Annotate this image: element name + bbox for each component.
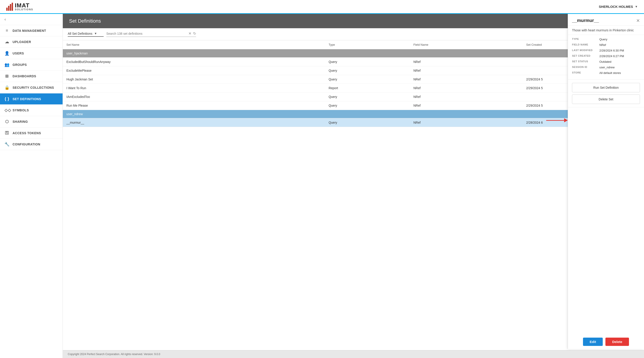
- sidebar-item-label: UPLOADER: [12, 40, 31, 44]
- sidebar-item-symbols[interactable]: ◇◇ SYMBOLS: [0, 105, 62, 116]
- cell-field: NRef: [410, 101, 523, 110]
- set-definitions-icon: { }: [4, 97, 10, 101]
- logo-bar-2: [8, 6, 10, 11]
- table-row[interactable]: Hugh Jackman Set Query NRef 2/29/2024 5: [63, 75, 644, 84]
- detail-fields: TYPE Query FIELD NAME NRef LAST MODIFIED…: [568, 35, 644, 80]
- cell-name: ExcludedButShouldRunAnyway: [63, 58, 325, 66]
- filter-select-text: All Set Definitions: [68, 32, 92, 35]
- logo-solutions: SOLUTIONS: [15, 8, 33, 11]
- detail-value-session-id: user_ndrew: [599, 66, 614, 69]
- dashboards-icon: ⊞: [4, 74, 10, 79]
- sidebar-item-access-tokens[interactable]: ⚿ ACCESS TOKENS: [0, 128, 62, 139]
- security-collections-icon: 🔒: [4, 85, 10, 90]
- cell-name: __murmur__: [63, 118, 325, 127]
- table-row[interactable]: I Want To Run Report NRef 2/29/2024 5: [63, 84, 644, 93]
- sidebar-item-label: SECURITY COLLECTIONS: [12, 86, 54, 89]
- cell-name: Run Me Please: [63, 101, 325, 110]
- detail-field-set-created: SET CREATED 2/28/2024 6:27 PM: [572, 54, 640, 58]
- cell-field: NRef: [410, 66, 523, 75]
- group-name-ndrew: user_ndrew: [63, 110, 644, 118]
- delete-button[interactable]: Delete: [606, 338, 629, 346]
- group-header-ndrew[interactable]: user_ndrew: [63, 110, 644, 118]
- sidebar-item-sharing[interactable]: ⬡ SHARING: [0, 116, 62, 128]
- detail-label-type: TYPE: [572, 38, 597, 41]
- configuration-icon: 🔧: [4, 142, 10, 147]
- detail-value-type: Query: [599, 38, 607, 41]
- sidebar-item-label: ACCESS TOKENS: [12, 131, 41, 135]
- detail-field-store: STORE All default stores: [572, 71, 640, 75]
- search-clear-icon[interactable]: ✕: [188, 31, 191, 36]
- filter-dropdown-icon: ▼: [94, 32, 97, 35]
- search-input[interactable]: [106, 32, 187, 35]
- col-field-name: Field Name: [410, 40, 523, 49]
- groups-icon: 👥: [4, 62, 10, 67]
- run-set-definition-button[interactable]: Run Set Definition: [572, 83, 640, 92]
- detail-bottom-actions: Edit Delete: [568, 335, 644, 349]
- search-refresh-icon[interactable]: ↻: [193, 31, 196, 36]
- cell-field: NRef: [410, 93, 523, 101]
- cell-name: IAmExcludedToo: [63, 93, 325, 101]
- main-layout: ‹ ≡ DATA MANAGEMENT ☁ UPLOADER 👤 USERS 👥…: [0, 14, 644, 358]
- filter-dropdown[interactable]: All Set Definitions ▼: [68, 32, 104, 37]
- sidebar: ‹ ≡ DATA MANAGEMENT ☁ UPLOADER 👤 USERS 👥…: [0, 14, 63, 358]
- sidebar-item-dashboards[interactable]: ⊞ DASHBOARDS: [0, 71, 62, 82]
- table-row-selected[interactable]: __murmur__ Query NRef 2/28/2024 6: [63, 118, 644, 127]
- detail-panel: __murmur__ ✕ Those with heart murmurs in…: [568, 14, 644, 349]
- detail-field-last-modified: LAST MODIFIED 2/28/2024 6:30 PM: [572, 49, 640, 52]
- detail-value-store: All default stores: [599, 71, 621, 75]
- sidebar-item-uploader[interactable]: ☁ UPLOADER: [0, 36, 62, 48]
- cell-field: NRef: [410, 58, 523, 66]
- cell-field: NRef: [410, 118, 523, 127]
- sidebar-item-groups[interactable]: 👥 GROUPS: [0, 59, 62, 71]
- footer-text: Copyright 2024 Perfect Search Corporatio…: [68, 353, 160, 356]
- detail-label-store: STORE: [572, 71, 597, 75]
- detail-label-set-status: SET STATUS: [572, 60, 597, 63]
- sidebar-item-label: SYMBOLS: [12, 108, 29, 112]
- table-header-row: Set Name Type Field Name Set Created: [63, 40, 644, 49]
- uploader-icon: ☁: [4, 39, 10, 44]
- group-name-hjackman: user_hjackman: [63, 49, 644, 58]
- logo-bars-icon: [6, 3, 13, 11]
- table-row[interactable]: Run Me Please Query NRef 2/29/2024 5: [63, 101, 644, 110]
- table-row[interactable]: IAmExcludedToo Query NRef: [63, 93, 644, 101]
- content-area: Set Definitions ? All Set Definitions ▼ …: [63, 14, 644, 358]
- sidebar-item-set-definitions[interactable]: { } SET DEFINITIONS: [0, 93, 62, 105]
- detail-field-set-status: SET STATUS Outdated: [572, 60, 640, 63]
- detail-value-set-status: Outdated: [599, 60, 612, 63]
- logo-imat: IMAT: [15, 2, 33, 8]
- sidebar-item-data-management[interactable]: ≡ DATA MANAGEMENT: [0, 25, 62, 36]
- logo-text: IMAT SOLUTIONS: [15, 2, 33, 11]
- detail-label-last-modified: LAST MODIFIED: [572, 49, 597, 52]
- table-row[interactable]: ExcludeMePlease Query NRef: [63, 66, 644, 75]
- footer: Copyright 2024 Perfect Search Corporatio…: [63, 350, 644, 358]
- group-header-hjackman[interactable]: user_hjackman: [63, 49, 644, 58]
- toolbar: All Set Definitions ▼ ✕ ↻: [63, 28, 644, 40]
- sidebar-toggle-button[interactable]: ‹: [0, 14, 62, 25]
- cell-type: Query: [325, 75, 410, 84]
- sidebar-toggle-icon: ‹: [4, 17, 6, 21]
- sidebar-item-label: SHARING: [12, 120, 28, 123]
- cell-type: Query: [325, 58, 410, 66]
- logo: IMAT SOLUTIONS: [6, 2, 33, 11]
- cell-type: Report: [325, 84, 410, 93]
- sidebar-item-label: SET DEFINITIONS: [12, 97, 41, 101]
- sidebar-item-security-collections[interactable]: 🔒 SECURITY COLLECTIONS: [0, 82, 62, 93]
- cell-name: Hugh Jackman Set: [63, 75, 325, 84]
- user-name: SHERLOCK HOLMES: [599, 5, 633, 8]
- sharing-icon: ⬡: [4, 119, 10, 124]
- sidebar-item-users[interactable]: 👤 USERS: [0, 48, 62, 59]
- sidebar-item-configuration[interactable]: 🔧 CONFIGURATION: [0, 139, 62, 150]
- user-menu[interactable]: SHERLOCK HOLMES ▼: [599, 5, 638, 8]
- delete-set-button[interactable]: Delete Set: [572, 95, 640, 104]
- col-type: Type: [325, 40, 410, 49]
- detail-close-button[interactable]: ✕: [636, 18, 640, 23]
- detail-value-last-modified: 2/28/2024 6:30 PM: [599, 49, 624, 52]
- table-row[interactable]: ExcludedButShouldRunAnyway Query NRef: [63, 58, 644, 66]
- cell-name: ExcludeMePlease: [63, 66, 325, 75]
- logo-bar-4: [12, 3, 13, 11]
- header: IMAT SOLUTIONS SHERLOCK HOLMES ▼: [0, 0, 644, 14]
- col-set-name: Set Name: [63, 40, 325, 49]
- detail-description: Those with heart murmurs in Pinkerton cl…: [568, 26, 644, 35]
- detail-actions: Run Set Definition Delete Set: [568, 80, 644, 107]
- edit-button[interactable]: Edit: [583, 338, 603, 346]
